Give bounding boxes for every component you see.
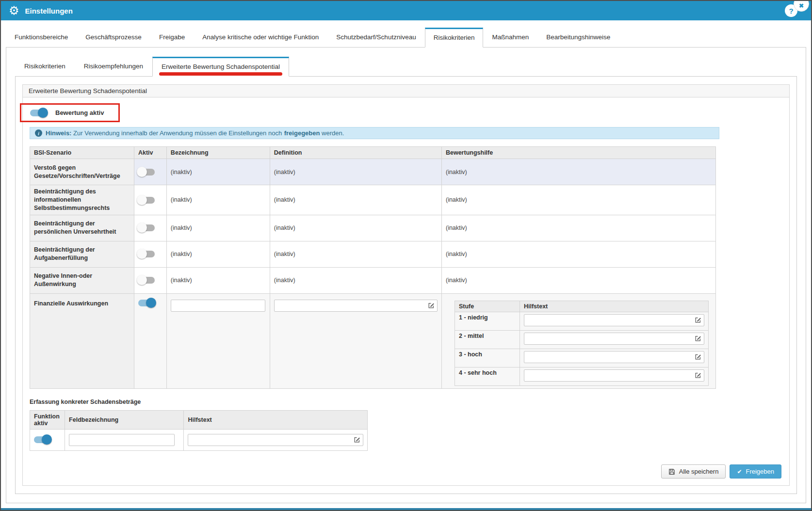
table-row: Verstoß gegen Gesetze/Vorschriften/Vertr… — [30, 159, 716, 185]
column-header-hilfstext: Hilfstext — [520, 301, 708, 312]
level-row: 3 - hoch — [455, 349, 708, 367]
table-row-finanzielle-auswirkungen: Finanzielle Auswirkungen — [30, 293, 716, 388]
scenario-active-toggle[interactable] — [138, 251, 155, 257]
bewertung-aktiv-label: Bewertung aktiv — [55, 109, 104, 116]
bewertung-aktiv-toggle[interactable] — [30, 110, 47, 116]
table-row: Beeinträchtigung des informationellen Se… — [30, 185, 716, 215]
tab-analyse-kritische-funktion[interactable]: Analyse kritische oder wichtige Funktion — [194, 27, 327, 47]
tab-freigabe[interactable]: Freigabe — [150, 27, 194, 47]
toggle-knob — [137, 275, 147, 285]
bewertungshilfe-value: (inaktiv) — [441, 267, 715, 293]
bezeichnung-value: (inaktiv) — [166, 159, 270, 185]
tab-funktionsbereiche[interactable]: Funktionsbereiche — [6, 27, 77, 47]
sub-tab-bar: Risikokriterien Risikoempfehlungen Erwei… — [15, 56, 797, 76]
scenario-name: Beeinträchtigung des informationellen Se… — [30, 185, 134, 215]
tab-risikokriterien[interactable]: Risikokriterien — [425, 28, 484, 48]
red-underline-annotation — [159, 72, 282, 76]
hilfstext-input-niedrig[interactable] — [524, 314, 704, 326]
scenario-name: Beeinträchtigung der persönlichen Unvers… — [30, 215, 134, 241]
tab-massnahmen[interactable]: Maßnahmen — [483, 27, 537, 47]
subtab-label: Erweiterte Bewertung Schadenspotential — [162, 63, 280, 70]
hilfstext-input-sehr-hoch[interactable] — [524, 369, 704, 382]
scenario-active-toggle[interactable] — [138, 277, 155, 284]
table-row: Negative Innen-oder Außenwirkung (inakti… — [30, 267, 716, 293]
toggle-knob — [137, 167, 147, 177]
damage-table: Funktion aktiv Feldbezeichnung Hilfstext — [30, 410, 368, 451]
scenario-header-row: BSI-Szenario Aktiv Bezeichnung Definitio… — [30, 147, 716, 159]
toggle-knob — [38, 108, 48, 118]
definition-value: (inaktiv) — [270, 159, 441, 185]
panel-body: Bewertung aktiv i Hinweis: Zur Verwendun… — [23, 97, 789, 456]
tab-schutzbedarf-schutzniveau[interactable]: Schutzbedarf/Schutzniveau — [327, 27, 424, 47]
scenario-name: Finanzielle Auswirkungen — [30, 293, 134, 388]
column-header-aktiv: Aktiv — [134, 147, 166, 159]
column-header-funktion-aktiv: Funktion aktiv — [30, 410, 65, 429]
damage-header-row: Funktion aktiv Feldbezeichnung Hilfstext — [30, 410, 368, 429]
funktion-aktiv-toggle[interactable] — [34, 436, 50, 443]
subtab-erweiterte-bewertung[interactable]: Erweiterte Bewertung Schadenspotential — [152, 57, 289, 77]
erweiterte-bewertung-panel: Erweiterte Bewertung Schadenspotential B… — [22, 84, 790, 486]
scenario-active-toggle[interactable] — [138, 169, 155, 176]
feldbezeichnung-input[interactable] — [69, 434, 175, 446]
red-box-annotation: Bewertung aktiv — [20, 103, 120, 122]
main-tab-content: Risikokriterien Risikoempfehlungen Erwei… — [6, 47, 806, 503]
subtab-risikokriterien[interactable]: Risikokriterien — [15, 56, 75, 76]
hilfstext-input-hoch[interactable] — [524, 351, 704, 363]
hilfstext-input[interactable] — [188, 434, 363, 446]
edit-icon[interactable] — [695, 353, 701, 360]
toggle-knob — [137, 223, 147, 233]
level-row: 1 - niedrig — [455, 312, 708, 330]
scenario-active-toggle[interactable] — [138, 224, 155, 231]
definition-input[interactable] — [274, 300, 438, 312]
hint-text-before: Zur Verwendung innerhalb der Anwendung m… — [73, 129, 282, 137]
damage-row — [30, 429, 368, 450]
level-row: 4 - sehr hoch — [455, 367, 708, 385]
save-all-label: Alle speichern — [679, 468, 719, 475]
action-buttons: Alle speichern ✔ Freigeben — [661, 464, 781, 479]
level-row: 2 - mittel — [455, 330, 708, 349]
bewertungshilfe-value: (inaktiv) — [441, 185, 715, 215]
save-all-button[interactable]: Alle speichern — [661, 464, 726, 479]
subtab-risikoempfehlungen[interactable]: Risikoempfehlungen — [75, 56, 152, 76]
scenario-name: Verstoß gegen Gesetze/Vorschriften/Vertr… — [30, 159, 134, 185]
definition-value: (inaktiv) — [270, 267, 441, 293]
hint-text-after: werden. — [322, 129, 344, 137]
floppy-disk-icon — [668, 468, 675, 475]
column-header-bewertungshilfe: Bewertungshilfe — [441, 147, 715, 159]
bezeichnung-value: (inaktiv) — [166, 241, 270, 267]
bewertungshilfe-value: (inaktiv) — [441, 241, 715, 267]
level-label: 4 - sehr hoch — [455, 367, 520, 385]
hint-prefix: Hinweis: — [46, 129, 71, 137]
tab-bearbeitungshinweise[interactable]: Bearbeitungshinweise — [537, 27, 619, 47]
main-tab-bar: Funktionsbereiche Geschäftsprozesse Frei… — [6, 27, 806, 47]
column-header-bezeichnung: Bezeichnung — [166, 147, 270, 159]
edit-icon[interactable] — [354, 436, 360, 443]
table-row: Beeinträchtigung der Aufgabenerfüllung (… — [30, 241, 716, 267]
close-icon: ✖ — [799, 2, 804, 9]
sub-tab-content: Erweiterte Bewertung Schadenspotential B… — [15, 76, 797, 494]
definition-value: (inaktiv) — [270, 185, 441, 215]
bezeichnung-value: (inaktiv) — [166, 215, 270, 241]
column-header-definition: Definition — [270, 147, 441, 159]
release-button[interactable]: ✔ Freigeben — [730, 464, 781, 479]
level-label: 3 - hoch — [455, 349, 520, 367]
level-label: 2 - mittel — [455, 330, 520, 349]
edit-icon[interactable] — [695, 335, 701, 342]
scenario-name: Beeinträchtigung der Aufgabenerfüllung — [30, 241, 134, 267]
hint-bold-word: freigegeben — [284, 129, 320, 137]
hint-banner: i Hinweis: Zur Verwendung innerhalb der … — [30, 127, 719, 139]
hilfstext-input-mittel[interactable] — [524, 333, 704, 345]
scenario-active-toggle[interactable] — [138, 197, 155, 204]
bezeichnung-input[interactable] — [171, 300, 265, 312]
toggle-knob — [137, 249, 147, 259]
edit-icon[interactable] — [695, 317, 701, 323]
edit-icon[interactable] — [695, 372, 701, 379]
bezeichnung-value: (inaktiv) — [166, 267, 270, 293]
edit-icon[interactable] — [428, 302, 435, 309]
scenario-active-toggle[interactable] — [138, 300, 155, 306]
bewertungshilfe-value: (inaktiv) — [441, 159, 715, 185]
tab-geschaeftsprozesse[interactable]: Geschäftsprozesse — [77, 27, 150, 47]
bewertungshilfe-value: (inaktiv) — [441, 215, 715, 241]
toggle-knob — [146, 298, 156, 308]
levels-header-row: Stufe Hilfstext — [455, 301, 708, 312]
